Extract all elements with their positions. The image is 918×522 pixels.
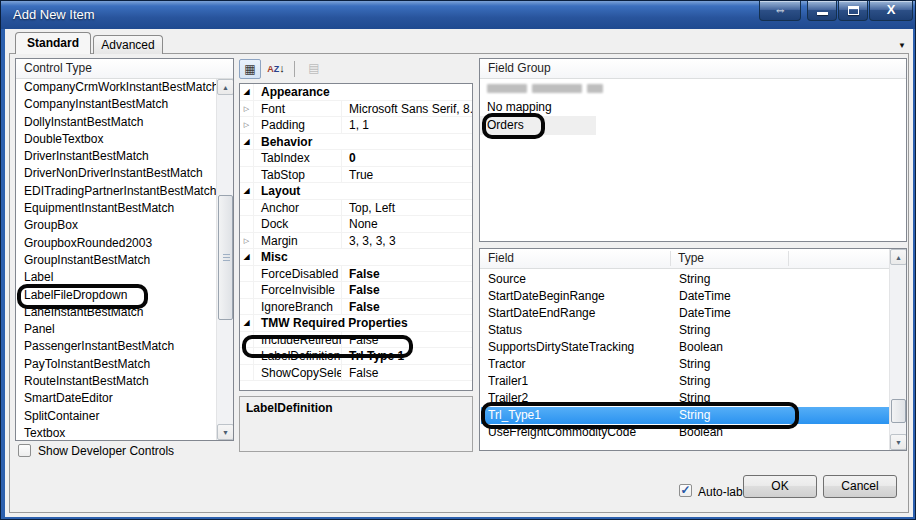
property-value[interactable]: False bbox=[343, 266, 472, 282]
control-type-item[interactable]: DriverInstantBestMatch bbox=[17, 148, 216, 165]
field-table-scrollbar[interactable]: ▲ ▼ bbox=[889, 249, 906, 450]
property-value[interactable]: False bbox=[343, 365, 472, 381]
property-row[interactable]: IgnoreBranchFalse bbox=[240, 299, 472, 316]
field-cell: Source bbox=[488, 271, 668, 288]
control-type-item[interactable]: DriverNonDriverInstantBestMatch bbox=[17, 165, 216, 182]
property-value[interactable]: 1, 1 bbox=[343, 117, 472, 133]
control-type-item[interactable]: DollyInstantBestMatch bbox=[17, 114, 216, 131]
type-column-header[interactable]: Type bbox=[678, 249, 704, 268]
tab-standard[interactable]: Standard bbox=[15, 32, 91, 54]
control-type-item[interactable]: GroupInstantBestMatch bbox=[17, 252, 216, 269]
property-row[interactable]: IncludeRetiredItemsFalse bbox=[240, 332, 472, 349]
field-table-row[interactable]: SourceString bbox=[481, 271, 889, 288]
property-value[interactable]: None bbox=[343, 216, 472, 232]
field-table-row[interactable]: Trl_Type1String bbox=[481, 407, 889, 424]
scrollbar-thumb[interactable] bbox=[218, 195, 233, 320]
property-category-row[interactable]: ◢Behavior bbox=[240, 134, 472, 151]
control-type-item[interactable]: RouteInstantBestMatch bbox=[17, 373, 216, 390]
property-category-row[interactable]: ◢Appearance bbox=[240, 84, 472, 101]
field-group-header[interactable]: Field Group bbox=[480, 59, 906, 79]
control-type-item[interactable]: GroupboxRounded2003 bbox=[17, 235, 216, 252]
cancel-button[interactable]: Cancel bbox=[823, 475, 897, 498]
property-row[interactable]: TabStopTrue bbox=[240, 167, 472, 184]
field-column-header[interactable]: Field bbox=[488, 251, 514, 265]
field-table-row[interactable]: Trailer2String bbox=[481, 390, 889, 407]
expand-icon bbox=[240, 299, 254, 315]
control-type-item[interactable]: CompanyCrmWorkInstantBestMatch bbox=[17, 79, 216, 96]
property-row[interactable]: ▷FontMicrosoft Sans Serif, 8.25pt bbox=[240, 101, 472, 118]
property-value[interactable]: 0 bbox=[343, 150, 472, 166]
control-type-item[interactable]: PassengerInstantBestMatch bbox=[17, 338, 216, 355]
field-group-list: Field Group No mappingOrders bbox=[479, 58, 907, 242]
field-table-row[interactable]: StatusString bbox=[481, 322, 889, 339]
control-type-item[interactable]: LaneInstantBestMatch bbox=[17, 304, 216, 321]
control-type-item[interactable]: PayToInstantBestMatch bbox=[17, 356, 216, 373]
resize-button[interactable]: ⇔ bbox=[759, 1, 801, 21]
categorized-button[interactable]: ▦ bbox=[239, 59, 261, 79]
control-type-item[interactable]: LabelFileDropdown bbox=[17, 287, 216, 304]
property-value[interactable]: Microsoft Sans Serif, 8.25pt bbox=[343, 101, 472, 117]
tab-list-dropdown-icon[interactable]: ▼ bbox=[898, 41, 906, 50]
property-row[interactable]: ▷Margin3, 3, 3, 3 bbox=[240, 233, 472, 250]
field-table-row[interactable]: Trailer1String bbox=[481, 373, 889, 390]
property-value[interactable]: True bbox=[343, 167, 472, 183]
control-type-item[interactable]: Label bbox=[17, 269, 216, 286]
control-type-item[interactable]: Panel bbox=[17, 321, 216, 338]
field-table-row[interactable]: SupportsDirtyStateTrackingBoolean bbox=[481, 339, 889, 356]
control-type-item[interactable]: Textbox bbox=[17, 425, 216, 440]
redacted-text bbox=[487, 84, 527, 93]
control-type-scrollbar[interactable]: ▲ ▼ bbox=[216, 79, 233, 440]
property-row[interactable]: ▷Padding1, 1 bbox=[240, 117, 472, 134]
scroll-up-icon[interactable]: ▲ bbox=[890, 249, 907, 265]
field-group-item[interactable]: No mapping bbox=[480, 98, 906, 117]
scroll-down-icon[interactable]: ▼ bbox=[217, 424, 234, 440]
field-group-item[interactable] bbox=[480, 79, 906, 98]
property-category-row[interactable]: ◢TMW Required Properties bbox=[240, 315, 472, 332]
property-value[interactable]: False bbox=[343, 332, 472, 348]
ok-button[interactable]: OK bbox=[743, 475, 817, 498]
field-table-row[interactable]: StartDateEndRangeDateTime bbox=[481, 305, 889, 322]
property-value[interactable]: Trl Type 1 bbox=[343, 348, 472, 364]
control-type-item[interactable]: SmartDateEditor bbox=[17, 390, 216, 407]
type-cell: Boolean bbox=[679, 424, 885, 441]
show-developer-controls-checkbox[interactable] bbox=[18, 444, 31, 457]
property-category-row[interactable]: ◢Layout bbox=[240, 183, 472, 200]
field-table-row[interactable]: UseFreightCommodityCodeBoolean bbox=[481, 424, 889, 441]
field-cell: UseFreightCommodityCode bbox=[488, 424, 668, 441]
field-table-row[interactable]: StartDateBeginRangeDateTime bbox=[481, 288, 889, 305]
control-type-item[interactable]: EquipmentInstantBestMatch bbox=[17, 200, 216, 217]
close-button[interactable]: X bbox=[869, 1, 913, 21]
property-row[interactable]: TabIndex0 bbox=[240, 150, 472, 167]
property-pages-icon: ▤ bbox=[308, 61, 319, 75]
alphabetical-button[interactable]: AZ↓ bbox=[265, 59, 287, 79]
control-type-item[interactable]: GroupBox bbox=[17, 217, 216, 234]
scroll-down-icon[interactable]: ▼ bbox=[890, 434, 907, 450]
property-value[interactable]: 3, 3, 3, 3 bbox=[343, 233, 472, 249]
control-type-item[interactable]: EDITradingPartnerInstantBestMatch bbox=[17, 183, 216, 200]
property-value[interactable]: Top, Left bbox=[343, 200, 472, 216]
control-type-item[interactable]: CompanyInstantBestMatch bbox=[17, 96, 216, 113]
property-row[interactable]: DockNone bbox=[240, 216, 472, 233]
property-name: LabelDefinition bbox=[255, 348, 342, 364]
minimize-button[interactable] bbox=[807, 1, 837, 21]
maximize-button[interactable] bbox=[838, 1, 868, 21]
property-value[interactable]: False bbox=[343, 299, 472, 315]
property-row[interactable]: ForceInvisibleFalse bbox=[240, 282, 472, 299]
show-developer-controls-label: Show Developer Controls bbox=[38, 444, 174, 458]
property-row[interactable]: ForceDisabledFalse bbox=[240, 266, 472, 283]
field-cell: Trl_Type1 bbox=[488, 407, 668, 424]
control-type-item[interactable]: SplitContainer bbox=[17, 408, 216, 425]
control-type-item[interactable]: DoubleTextbox bbox=[17, 131, 216, 148]
property-row[interactable]: LabelDefinitionTrl Type 1 bbox=[240, 348, 472, 365]
tab-advanced[interactable]: Advanced bbox=[93, 35, 163, 54]
property-value[interactable]: False bbox=[343, 282, 472, 298]
field-group-item[interactable]: Orders bbox=[480, 116, 906, 135]
control-type-header[interactable]: Control Type bbox=[16, 59, 233, 79]
scroll-up-icon[interactable]: ▲ bbox=[217, 79, 234, 95]
scrollbar-thumb[interactable] bbox=[891, 399, 906, 423]
field-table-row[interactable]: TractorString bbox=[481, 356, 889, 373]
property-category-row[interactable]: ◢Misc bbox=[240, 249, 472, 266]
property-row[interactable]: ShowCopySelectedFalse bbox=[240, 365, 472, 382]
property-row[interactable]: AnchorTop, Left bbox=[240, 200, 472, 217]
auto-label-checkbox[interactable]: ✓ bbox=[679, 484, 692, 497]
